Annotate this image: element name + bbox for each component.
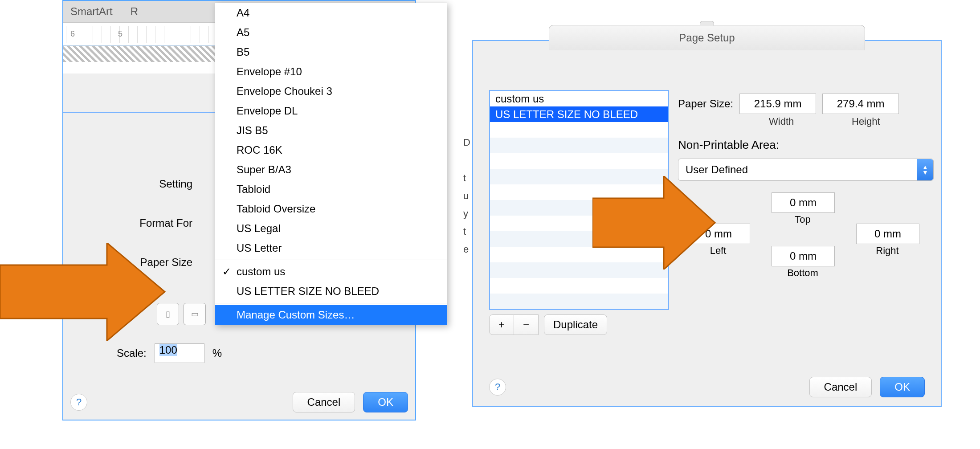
paper-height-sublabel: Height bbox=[852, 116, 880, 127]
custom-size-item[interactable]: custom us bbox=[490, 91, 668, 106]
paper-size-option[interactable]: ROC 16K bbox=[215, 140, 447, 160]
chevron-updown-icon: ▲▼ bbox=[917, 159, 933, 180]
ok-button[interactable]: OK bbox=[880, 377, 925, 397]
scale-label: Scale: bbox=[117, 347, 147, 359]
paper-size-option[interactable]: Envelope DL bbox=[215, 101, 447, 121]
svg-marker-0 bbox=[0, 243, 165, 341]
ribbon-tab-smartart[interactable]: SmartArt bbox=[70, 1, 113, 22]
paper-height-input[interactable]: 279.4 mm bbox=[822, 94, 899, 114]
margin-top-label: Top bbox=[772, 214, 834, 225]
paper-size-option[interactable]: A5 bbox=[215, 23, 447, 42]
margin-bottom-input[interactable]: 0 mm bbox=[772, 246, 835, 266]
margin-right-input[interactable]: 0 mm bbox=[856, 224, 919, 244]
duplicate-size-button[interactable]: Duplicate bbox=[544, 314, 607, 335]
paper-size-option[interactable]: US Legal bbox=[215, 219, 447, 238]
custom-size-empty-row bbox=[490, 294, 668, 309]
margin-bottom-label: Bottom bbox=[772, 267, 834, 279]
cancel-button[interactable]: Cancel bbox=[293, 392, 355, 412]
manage-custom-sizes-item[interactable]: Manage Custom Sizes… bbox=[215, 305, 447, 325]
scale-input[interactable]: 100 bbox=[155, 343, 204, 363]
ruler-numbers: 6 5 bbox=[70, 29, 143, 39]
paper-size-label: Paper Size: bbox=[678, 98, 733, 110]
margin-right-label: Right bbox=[856, 245, 919, 257]
cancel-button[interactable]: Cancel bbox=[809, 377, 872, 397]
paper-size-dropdown[interactable]: A4A5B5Envelope #10Envelope Choukei 3Enve… bbox=[215, 3, 447, 325]
callout-arrow-left bbox=[0, 243, 169, 341]
page-setup-dropdown-dialog: SmartArt R 6 5 Setting Format For Paper … bbox=[62, 0, 416, 420]
orientation-landscape[interactable]: ▭ bbox=[184, 303, 206, 325]
paper-size-option[interactable]: A4 bbox=[215, 3, 447, 23]
paper-width-sublabel: Width bbox=[769, 116, 794, 127]
paper-size-option[interactable]: Super B/A3 bbox=[215, 160, 447, 180]
remove-size-button[interactable]: − bbox=[514, 314, 539, 335]
paper-width-input[interactable]: 215.9 mm bbox=[739, 94, 816, 114]
callout-arrow-right bbox=[592, 176, 717, 269]
scale-percent: % bbox=[212, 347, 222, 359]
help-button[interactable]: ? bbox=[489, 379, 506, 396]
background-text-fragment: Dtuyte bbox=[463, 134, 472, 258]
dialog-title: Page Setup bbox=[679, 32, 735, 44]
paper-size-option[interactable]: Tabloid Oversize bbox=[215, 199, 447, 219]
custom-size-item[interactable]: US LETTER SIZE NO BLEED bbox=[490, 106, 668, 122]
paper-size-custom-option[interactable]: custom us bbox=[215, 262, 447, 282]
settings-label: Setting bbox=[94, 178, 198, 190]
paper-size-option[interactable]: Envelope #10 bbox=[215, 62, 447, 82]
custom-size-empty-row bbox=[490, 122, 668, 138]
non-printable-area-label: Non-Printable Area: bbox=[678, 138, 779, 152]
paper-size-option[interactable]: Tabloid bbox=[215, 180, 447, 199]
paper-size-option[interactable]: Envelope Choukei 3 bbox=[215, 82, 447, 101]
paper-size-option[interactable]: B5 bbox=[215, 42, 447, 62]
paper-size-custom-option[interactable]: US LETTER SIZE NO BLEED bbox=[215, 282, 447, 301]
paper-size-option[interactable]: US Letter bbox=[215, 238, 447, 258]
paper-size-option[interactable]: JIS B5 bbox=[215, 121, 447, 140]
dialog-titlebar: Page Setup bbox=[549, 25, 865, 50]
format-for-label: Format For bbox=[94, 217, 198, 229]
help-button[interactable]: ? bbox=[70, 394, 87, 411]
custom-size-empty-row bbox=[490, 138, 668, 153]
ok-button[interactable]: OK bbox=[363, 392, 408, 412]
margin-top-input[interactable]: 0 mm bbox=[772, 192, 835, 213]
ribbon-tab-r[interactable]: R bbox=[131, 1, 138, 22]
add-size-button[interactable]: + bbox=[489, 314, 514, 335]
npa-select-value: User Defined bbox=[686, 163, 748, 176]
custom-size-empty-row bbox=[490, 153, 668, 169]
custom-size-empty-row bbox=[490, 278, 668, 294]
svg-marker-1 bbox=[592, 176, 715, 269]
